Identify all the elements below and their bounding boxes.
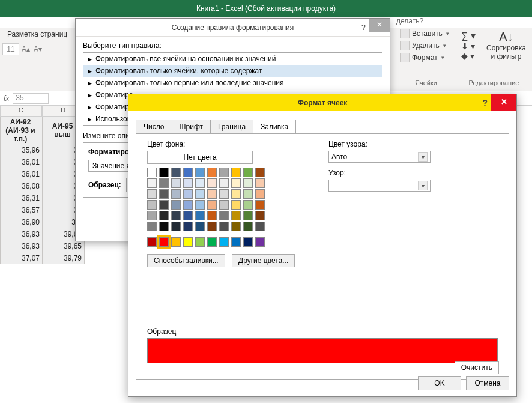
fill-effects-button[interactable]: Способы заливки... — [147, 254, 225, 267]
color-swatch[interactable] — [159, 168, 169, 177]
color-swatch[interactable] — [219, 189, 229, 199]
color-swatch[interactable] — [171, 189, 181, 199]
format-cells-button[interactable]: Формат▾ — [396, 52, 456, 64]
color-swatch[interactable] — [243, 237, 253, 247]
color-swatch[interactable] — [207, 178, 217, 188]
color-swatch[interactable] — [207, 237, 217, 247]
color-swatch[interactable] — [255, 237, 265, 247]
color-swatch[interactable] — [159, 211, 169, 220]
rule-type-item[interactable]: ►Форматировать все ячейки на основании и… — [83, 53, 382, 65]
color-swatch[interactable] — [195, 222, 205, 231]
pattern-color-dropdown[interactable]: Авто ▾ — [328, 151, 431, 163]
color-swatch[interactable] — [219, 237, 229, 247]
tab-Число[interactable]: Число — [136, 120, 172, 133]
color-swatch[interactable] — [243, 211, 253, 220]
color-swatch[interactable] — [243, 222, 253, 231]
table-cell[interactable]: 36,01 — [1, 156, 43, 168]
cancel-button[interactable]: Отмена — [466, 376, 509, 390]
fill-icon[interactable]: ⬇ ▾ — [461, 41, 476, 51]
color-swatch[interactable] — [195, 189, 205, 199]
color-swatch[interactable] — [243, 178, 253, 188]
color-swatch[interactable] — [147, 237, 157, 247]
color-swatch[interactable] — [231, 211, 241, 220]
color-swatch[interactable] — [147, 168, 157, 177]
color-swatch[interactable] — [231, 189, 241, 199]
color-swatch[interactable] — [207, 168, 217, 177]
color-swatch[interactable] — [171, 211, 181, 220]
color-swatch[interactable] — [171, 237, 181, 247]
tell-me-prompt[interactable]: делать? — [396, 17, 423, 25]
color-swatch[interactable] — [171, 168, 181, 177]
color-swatch[interactable] — [255, 168, 265, 177]
color-swatch[interactable] — [231, 237, 241, 247]
color-swatch[interactable] — [255, 211, 265, 220]
table-cell[interactable]: 36,93 — [1, 240, 43, 252]
color-swatch[interactable] — [255, 178, 265, 188]
color-swatch[interactable] — [171, 200, 181, 210]
color-swatch[interactable] — [219, 200, 229, 210]
color-swatch[interactable] — [147, 211, 157, 220]
pattern-style-dropdown[interactable]: ▾ — [328, 180, 431, 192]
insert-cells-button[interactable]: Вставить▾ — [396, 28, 456, 40]
ribbon-tab-page-layout[interactable]: Разметка страниц — [7, 30, 67, 38]
font-size-input[interactable]: 11 — [2, 43, 19, 55]
color-swatch[interactable] — [195, 211, 205, 220]
autosum-icon[interactable]: ∑ ▾ — [461, 30, 476, 41]
table-cell[interactable]: 36,57 — [1, 204, 43, 216]
color-swatch[interactable] — [243, 200, 253, 210]
color-swatch[interactable] — [195, 168, 205, 177]
color-swatch[interactable] — [159, 200, 169, 210]
formula-input[interactable]: 35 — [13, 93, 49, 104]
rule-type-item[interactable]: ►Форматировать только первые или последн… — [83, 77, 382, 89]
color-swatch[interactable] — [219, 211, 229, 220]
clear-button[interactable]: Очистить — [455, 361, 499, 374]
color-swatch[interactable] — [219, 168, 229, 177]
color-swatch[interactable] — [159, 222, 169, 231]
tab-Шрифт[interactable]: Шрифт — [172, 120, 211, 133]
color-swatch[interactable] — [183, 168, 193, 177]
color-swatch[interactable] — [147, 178, 157, 188]
delete-cells-button[interactable]: Удалить▾ — [396, 40, 456, 52]
color-swatch[interactable] — [243, 168, 253, 177]
ok-button[interactable]: OK — [418, 376, 461, 390]
rule-type-item[interactable]: ►Форматировать только ячейки, которые со… — [83, 65, 382, 77]
help-icon[interactable]: ? — [361, 23, 366, 32]
color-swatch[interactable] — [147, 189, 157, 199]
color-swatch[interactable] — [147, 200, 157, 210]
color-swatch[interactable] — [207, 200, 217, 210]
color-swatch[interactable] — [171, 222, 181, 231]
color-swatch[interactable] — [159, 189, 169, 199]
color-swatch[interactable] — [207, 222, 217, 231]
table-cell[interactable]: 36,08 — [1, 180, 43, 192]
color-swatch[interactable] — [231, 222, 241, 231]
table-cell[interactable]: 36,01 — [1, 168, 43, 180]
color-swatch[interactable] — [219, 178, 229, 188]
help-icon[interactable]: ? — [482, 98, 488, 108]
color-swatch[interactable] — [195, 237, 205, 247]
color-swatch[interactable] — [255, 189, 265, 199]
table-cell[interactable]: 37,07 — [1, 252, 43, 264]
table-cell[interactable]: 36,93 — [1, 228, 43, 240]
col-header[interactable]: C — [0, 106, 42, 117]
clear-icon[interactable]: ◆ ▾ — [461, 51, 476, 61]
no-color-button[interactable]: Нет цвета — [147, 151, 253, 164]
table-cell[interactable]: 39,79 — [43, 252, 85, 264]
color-swatch[interactable] — [159, 237, 169, 247]
color-swatch[interactable] — [219, 222, 229, 231]
color-swatch[interactable] — [159, 178, 169, 188]
table-cell[interactable]: 35,96 — [1, 144, 43, 156]
color-swatch[interactable] — [183, 222, 193, 231]
color-swatch[interactable] — [255, 222, 265, 231]
color-swatch[interactable] — [183, 237, 193, 247]
table-cell[interactable]: 39,65 — [43, 240, 85, 252]
color-swatch[interactable] — [183, 189, 193, 199]
color-swatch[interactable] — [195, 200, 205, 210]
color-swatch[interactable] — [183, 178, 193, 188]
color-swatch[interactable] — [243, 189, 253, 199]
color-swatch[interactable] — [231, 178, 241, 188]
increase-font-icon[interactable]: A▴ — [20, 43, 31, 55]
close-button[interactable]: ✕ — [491, 94, 516, 111]
color-swatch[interactable] — [183, 211, 193, 220]
color-swatch[interactable] — [147, 222, 157, 231]
table-cell[interactable]: 36,31 — [1, 192, 43, 204]
